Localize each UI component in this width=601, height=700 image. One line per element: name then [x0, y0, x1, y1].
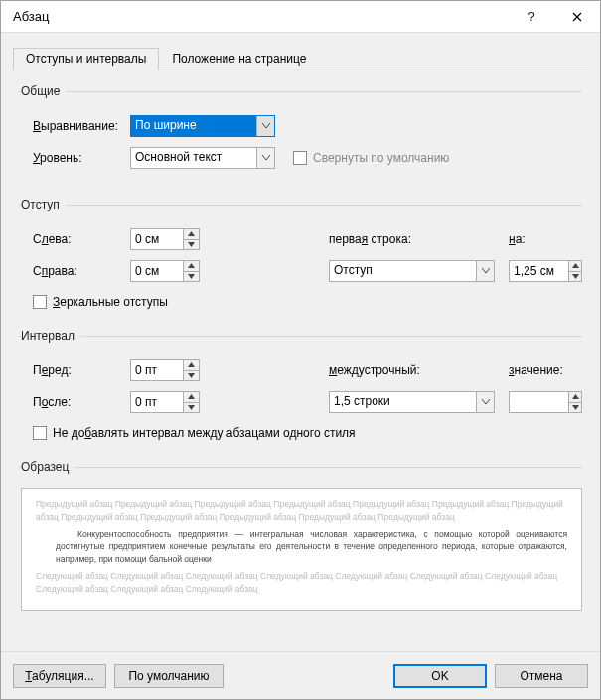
- arrow-down-icon[interactable]: [184, 403, 199, 413]
- legend-general: Общие: [21, 84, 66, 98]
- legend-indent: Отступ: [21, 198, 66, 211]
- checkbox-noadd[interactable]: Не добавлять интервал между абзацами одн…: [21, 426, 582, 440]
- arrow-up-icon[interactable]: [184, 392, 199, 403]
- chevron-down-icon: [476, 392, 494, 412]
- chevron-down-icon: [256, 148, 274, 168]
- preview-prev: Предыдущий абзац Предыдущий абзац Предыд…: [36, 498, 567, 524]
- checkbox-box: [33, 426, 47, 440]
- label-right: Справа:: [21, 264, 130, 278]
- chevron-down-icon: [256, 116, 274, 136]
- group-general: Общие Выравнивание: По ширине Уровень: О…: [19, 84, 582, 172]
- arrow-up-icon[interactable]: [184, 229, 199, 240]
- preview-box: Предыдущий абзац Предыдущий абзац Предыд…: [21, 488, 582, 611]
- tab-indents-label: Отступы и интервалы: [26, 52, 146, 66]
- default-button[interactable]: По умолчанию: [114, 664, 224, 688]
- tab-strip: Отступы и интервалы Положение на страниц…: [13, 47, 588, 70]
- tab-position[interactable]: Положение на странице: [159, 48, 319, 70]
- tab-indents[interactable]: Отступы и интервалы: [13, 48, 159, 70]
- arrow-up-icon[interactable]: [569, 392, 581, 403]
- label-firstline: первая строка:: [329, 232, 495, 246]
- preview-sample: Конкурентоспособность предприятия — инте…: [36, 528, 567, 566]
- close-icon: [572, 12, 582, 22]
- arrow-up-icon[interactable]: [184, 261, 199, 272]
- spinner-before-input[interactable]: [131, 360, 183, 380]
- tabs-button[interactable]: Табуляция...: [13, 664, 106, 688]
- checkbox-collapsed-label: Свернуты по умолчанию: [313, 151, 449, 165]
- checkbox-box: [293, 151, 307, 165]
- arrow-down-icon[interactable]: [569, 272, 581, 282]
- spinner-left-input[interactable]: [131, 229, 183, 249]
- combo-linespacing[interactable]: 1,5 строки: [329, 391, 495, 413]
- titlebar: Абзац ?: [1, 1, 600, 33]
- spinner-before[interactable]: [130, 359, 200, 381]
- arrow-down-icon[interactable]: [569, 403, 581, 413]
- spinner-by[interactable]: [509, 260, 582, 282]
- spinner-right[interactable]: [130, 260, 200, 282]
- preview-next: Следующий абзац Следующий абзац Следующи…: [36, 570, 567, 596]
- arrow-down-icon[interactable]: [184, 371, 199, 381]
- spinner-right-input[interactable]: [131, 261, 183, 281]
- spinner-after-input[interactable]: [131, 392, 183, 412]
- label-left: Слева:: [21, 232, 130, 246]
- tab-position-label: Положение на странице: [172, 52, 306, 66]
- group-preview: Образец Предыдущий абзац Предыдущий абза…: [19, 460, 582, 611]
- checkbox-mirror-label: Зеркальные отступы: [53, 295, 168, 309]
- label-before: Перед:: [21, 363, 130, 377]
- spinner-at[interactable]: [509, 391, 582, 413]
- ok-button[interactable]: OK: [393, 664, 487, 688]
- combo-linespacing-value: 1,5 строки: [330, 392, 476, 412]
- help-button[interactable]: ?: [509, 1, 554, 33]
- spinner-after[interactable]: [130, 391, 200, 413]
- legend-preview: Образец: [21, 460, 75, 474]
- checkbox-mirror[interactable]: Зеркальные отступы: [21, 295, 582, 309]
- combo-alignment[interactable]: По ширине: [130, 115, 275, 137]
- label-level: Уровень:: [21, 151, 130, 165]
- label-after: После:: [21, 395, 130, 409]
- combo-firstline-value: Отступ: [330, 261, 476, 281]
- cancel-button[interactable]: Отмена: [495, 664, 588, 688]
- combo-level[interactable]: Основной текст: [130, 147, 275, 169]
- arrow-down-icon[interactable]: [184, 272, 199, 282]
- footer: Табуляция... По умолчанию OK Отмена: [1, 651, 600, 699]
- chevron-down-icon: [476, 261, 494, 281]
- combo-level-value: Основной текст: [131, 148, 256, 168]
- arrow-up-icon[interactable]: [184, 360, 199, 371]
- arrow-up-icon[interactable]: [569, 261, 581, 272]
- dialog-title: Абзац: [13, 9, 509, 24]
- arrow-down-icon[interactable]: [184, 240, 199, 250]
- label-at: значение:: [509, 363, 582, 377]
- group-spacing: Интервал Перед: После:: [19, 329, 582, 440]
- spinner-left[interactable]: [130, 228, 200, 250]
- label-linespacing: междустрочный:: [329, 363, 495, 377]
- spinner-by-input[interactable]: [510, 261, 568, 281]
- combo-firstline[interactable]: Отступ: [329, 260, 495, 282]
- checkbox-box: [33, 295, 47, 309]
- group-indent: Отступ Слева: Справа:: [19, 198, 582, 309]
- checkbox-noadd-label: Не добавлять интервал между абзацами одн…: [53, 426, 356, 440]
- close-button[interactable]: [554, 1, 600, 33]
- label-alignment: Выравнивание:: [21, 119, 130, 133]
- combo-alignment-value: По ширине: [131, 116, 256, 136]
- paragraph-dialog: Абзац ? Отступы и интервалы Положение на…: [0, 0, 601, 700]
- label-by: на:: [509, 232, 582, 246]
- checkbox-collapsed: Свернуты по умолчанию: [293, 151, 449, 165]
- legend-spacing: Интервал: [21, 329, 80, 343]
- spinner-at-input[interactable]: [510, 392, 568, 412]
